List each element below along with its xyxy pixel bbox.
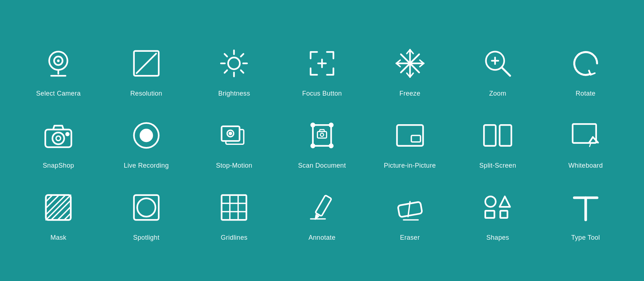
zoom-label: Zoom [489,90,506,97]
svg-line-59 [589,142,598,143]
focus-button-icon [302,43,342,83]
gridlines-item[interactable]: Gridlines [190,177,278,249]
svg-point-49 [330,144,333,147]
stop-motion-label: Stop-Motion [216,162,252,169]
shapes-item[interactable]: Shapes [454,177,542,249]
svg-point-48 [311,144,314,147]
svg-rect-72 [222,195,246,219]
svg-line-15 [225,70,227,72]
svg-line-14 [241,54,243,56]
brightness-icon [214,43,254,83]
live-recording-icon [126,116,166,155]
svg-point-46 [311,123,314,126]
rotate-label: Rotate [576,90,595,97]
eraser-item[interactable]: Eraser [366,177,454,249]
select-camera-icon [38,43,78,83]
annotate-icon [302,188,342,227]
spotlight-label: Spotlight [133,234,159,242]
freeze-item[interactable]: Freeze [366,33,454,105]
mask-label: Mask [50,234,66,242]
whiteboard-icon [566,116,606,155]
svg-point-47 [330,123,333,126]
svg-line-13 [241,70,243,72]
freeze-icon [390,43,430,83]
svg-point-36 [56,136,61,140]
split-screen-label: Split-Screen [479,162,516,169]
snapshop-icon [38,116,78,155]
svg-line-6 [137,54,156,73]
type-tool-label: Type Tool [571,234,600,242]
svg-rect-54 [484,125,495,146]
svg-point-35 [53,132,64,144]
rotate-item[interactable]: Rotate [541,33,630,105]
svg-rect-55 [500,125,511,146]
picture-in-picture-label: Picture-in-Picture [384,162,436,169]
rotate-icon [566,43,606,83]
svg-line-12 [225,54,227,56]
svg-rect-45 [313,125,331,146]
svg-line-58 [589,137,593,143]
gridlines-icon [214,188,254,227]
select-camera-label: Select Camera [36,90,81,97]
svg-line-31 [502,67,510,76]
eraser-icon [390,188,430,227]
shapes-label: Shapes [486,234,509,242]
scan-document-icon [302,116,342,155]
picture-in-picture-icon [390,116,430,155]
picture-in-picture-item[interactable]: Picture-in-Picture [366,105,454,177]
split-screen-item[interactable]: Split-Screen [454,105,542,177]
spotlight-item[interactable]: Spotlight [103,177,191,249]
gridlines-label: Gridlines [221,234,248,242]
svg-point-7 [228,57,240,69]
whiteboard-item[interactable]: Whiteboard [541,105,630,177]
svg-marker-84 [500,196,510,207]
focus-button-item[interactable]: Focus Button [278,33,366,105]
snapshop-label: SnapShop [43,162,74,169]
brightness-label: Brightness [218,90,250,97]
scan-document-item[interactable]: Scan Document [278,105,366,177]
svg-point-37 [66,133,69,135]
whiteboard-label: Whiteboard [568,162,603,169]
svg-rect-86 [500,211,507,218]
mask-icon [38,188,78,227]
svg-point-71 [137,198,155,216]
eraser-label: Eraser [400,234,420,242]
svg-line-67 [58,207,71,220]
focus-button-label: Focus Button [302,90,342,97]
select-camera-item[interactable]: Select Camera [14,33,103,105]
brightness-item[interactable]: Brightness [190,33,278,105]
icon-grid: Select Camera Resolution [0,25,644,256]
stop-motion-item[interactable]: Stop-Motion [190,105,278,177]
live-recording-item[interactable]: Live Recording [103,105,191,177]
svg-rect-56 [573,124,596,143]
resolution-item[interactable]: Resolution [103,33,191,105]
svg-line-63 [46,195,59,208]
zoom-item[interactable]: Zoom [454,33,542,105]
resolution-label: Resolution [130,90,162,97]
type-tool-icon [566,188,606,227]
svg-point-44 [230,132,231,134]
split-screen-icon [478,116,518,155]
scan-document-label: Scan Document [298,162,346,169]
stop-motion-icon [214,116,254,155]
annotate-label: Annotate [309,234,335,242]
svg-point-39 [141,129,152,141]
type-tool-item[interactable]: Type Tool [541,177,630,249]
annotate-item[interactable]: Annotate [278,177,366,249]
mask-item[interactable]: Mask [14,177,103,249]
svg-point-51 [320,133,323,136]
spotlight-icon [126,188,166,227]
shapes-icon [478,188,518,227]
freeze-label: Freeze [400,90,421,97]
zoom-icon [478,43,518,83]
svg-rect-85 [485,211,494,218]
resolution-icon [126,43,166,83]
snapshop-item[interactable]: SnapShop [14,105,103,177]
svg-rect-50 [317,131,326,138]
svg-line-60 [590,143,591,146]
svg-point-83 [485,196,496,207]
svg-rect-77 [315,195,331,216]
live-recording-label: Live Recording [124,162,169,169]
svg-rect-53 [411,135,420,142]
svg-point-2 [57,59,60,62]
